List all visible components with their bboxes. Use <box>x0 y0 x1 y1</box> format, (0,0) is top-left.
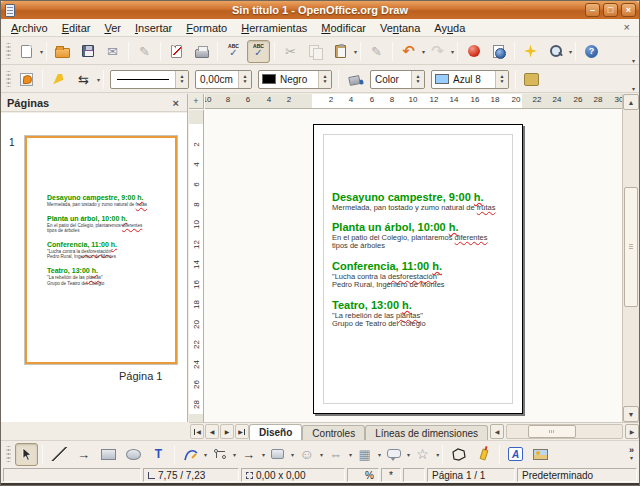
undo-button[interactable]: ↶ <box>397 40 420 63</box>
select-tool-button[interactable] <box>15 443 38 466</box>
line-color-select[interactable]: Negro ▲▼ <box>258 70 332 89</box>
format-paintbrush-button[interactable]: ✎ <box>365 40 388 63</box>
glue-points-button[interactable] <box>472 443 495 466</box>
insert-picture-button[interactable] <box>529 443 552 466</box>
menu-insertar[interactable]: Insertar <box>128 20 179 36</box>
navigator-button[interactable] <box>519 40 542 63</box>
callouts-tool-button[interactable] <box>382 443 405 466</box>
connector-dropdown[interactable]: ▾ <box>233 451 236 458</box>
save-button[interactable] <box>76 40 99 63</box>
toolbar-grip[interactable] <box>6 43 11 59</box>
menu-herramientas[interactable]: Herramientas <box>234 20 314 36</box>
flowchart-tool-button[interactable]: ▦ <box>353 443 376 466</box>
edit-file-button[interactable]: ✎ <box>133 40 156 63</box>
undo-dropdown[interactable]: ▾ <box>422 48 425 55</box>
paste-dropdown[interactable]: ▾ <box>354 48 357 55</box>
tab-controles[interactable]: Controles <box>302 425 365 440</box>
arrow-style-button[interactable]: ⇆ <box>72 68 95 91</box>
maximize-button[interactable]: □ <box>603 3 618 17</box>
new-document-dropdown[interactable]: ▾ <box>40 48 43 55</box>
toolbar-overflow-dropdown[interactable]: ▾ <box>632 57 635 64</box>
export-pdf-button[interactable]: PDF <box>165 40 188 63</box>
area-dialog-button[interactable] <box>343 68 366 91</box>
lines-arrows-dropdown[interactable]: ▾ <box>262 451 265 458</box>
callouts-dropdown[interactable]: ▾ <box>407 451 410 458</box>
auto-spellcheck-button[interactable]: ABC✓ <box>247 40 270 63</box>
scroll-left-button[interactable]: ◀ <box>490 424 504 439</box>
first-page-button[interactable]: ◀ <box>190 424 204 439</box>
redo-dropdown[interactable]: ▾ <box>451 48 454 55</box>
toolbar-overflow-button[interactable]: » ▾ <box>629 446 634 462</box>
status-style-cell[interactable]: Predeterminado <box>517 468 637 482</box>
status-page-cell[interactable]: Página 1 / 1 <box>427 468 515 482</box>
lines-arrows-tool-button[interactable]: → <box>237 443 260 466</box>
email-button[interactable]: ✉ <box>101 40 124 63</box>
title-bar[interactable]: Sin título 1 - OpenOffice.org Draw – □ × <box>1 1 639 19</box>
block-arrows-dropdown[interactable]: ▾ <box>349 451 352 458</box>
line-width-input[interactable]: 0,00cm ▲▼ <box>195 70 252 89</box>
copy-button[interactable] <box>304 40 327 63</box>
horizontal-ruler[interactable]: 10 8 6 4 2 2 4 6 8 10 12 14 16 18 20 22 … <box>205 94 622 109</box>
horizontal-scrollbar[interactable]: ◀ ▶ <box>488 424 639 439</box>
tab-lineas-de-dimensiones[interactable]: Líneas de dimensiones <box>365 425 488 440</box>
canvas-viewport[interactable]: Desayuno campestre, 9:00 h. Mermelada, p… <box>205 110 622 422</box>
status-size-cell[interactable]: 0,00 x 0,00 <box>241 468 345 482</box>
line-width-spinner[interactable]: ▲▼ <box>238 71 251 88</box>
line-tool-button[interactable] <box>47 443 70 466</box>
curve-dropdown[interactable]: ▾ <box>204 451 207 458</box>
line-dialog-button[interactable] <box>47 68 70 91</box>
block-arrows-tool-button[interactable]: ⇔ <box>324 443 347 466</box>
fontwork-button[interactable]: A <box>504 443 527 466</box>
curve-tool-button[interactable] <box>179 443 202 466</box>
basic-shapes-dropdown[interactable]: ▾ <box>291 451 294 458</box>
edit-points-button[interactable] <box>447 443 470 466</box>
menu-modificar[interactable]: Modificar <box>314 20 373 36</box>
shadow-button[interactable] <box>520 68 543 91</box>
status-zoom-cell[interactable]: % <box>347 468 379 482</box>
scroll-down-button[interactable]: ▼ <box>623 406 639 422</box>
spellcheck-button[interactable]: ABC✓ <box>222 40 245 63</box>
next-page-button[interactable]: ▶ <box>220 424 234 439</box>
redo-button[interactable]: ↷ <box>426 40 449 63</box>
vertical-scrollbar-thumb[interactable] <box>624 187 638 307</box>
ellipse-tool-button[interactable] <box>122 443 145 466</box>
fill-color-select[interactable]: Azul 8 ▲▼ <box>431 70 509 89</box>
text-tool-button[interactable]: T <box>147 443 170 466</box>
zoom-button[interactable] <box>544 40 567 63</box>
rectangle-tool-button[interactable] <box>97 443 120 466</box>
menu-formato[interactable]: Formato <box>179 20 234 36</box>
cut-button[interactable]: ✂ <box>279 40 302 63</box>
tab-diseno[interactable]: Diseño <box>249 424 302 440</box>
menu-ver[interactable]: Ver <box>97 20 128 36</box>
ruler-origin-button[interactable]: + <box>189 94 204 109</box>
fill-type-select[interactable]: Color ▲▼ <box>370 70 425 89</box>
last-page-button[interactable]: ▶ <box>235 424 249 439</box>
line-color-spinner[interactable]: ▲▼ <box>318 71 331 88</box>
line-style-select[interactable]: ▲▼ <box>110 70 189 89</box>
symbol-shapes-dropdown[interactable]: ▾ <box>320 451 323 458</box>
stars-tool-button[interactable]: ☆ <box>411 443 434 466</box>
minimize-button[interactable]: – <box>585 3 600 17</box>
paste-button[interactable] <box>329 40 352 63</box>
basic-shapes-tool-button[interactable] <box>266 443 289 466</box>
fill-color-spinner[interactable]: ▲▼ <box>495 71 508 88</box>
zoom-dropdown[interactable]: ▾ <box>569 48 572 55</box>
toolbar-grip[interactable] <box>6 446 11 462</box>
help-button[interactable]: ? <box>580 40 603 63</box>
pages-panel-close-icon[interactable]: × <box>171 97 181 109</box>
page-thumbnail[interactable]: Desayuno campestre, 9:00 h. Mermelada, p… <box>25 136 177 364</box>
horizontal-scrollbar-thumb[interactable] <box>528 425 576 438</box>
stars-dropdown[interactable]: ▾ <box>436 451 439 458</box>
document-text-block[interactable]: Desayuno campestre, 9:00 h. Mermelada, p… <box>332 191 514 338</box>
arrow-tool-button[interactable]: → <box>72 443 95 466</box>
toolbar-overflow-dropdown[interactable]: ▾ <box>632 85 635 92</box>
open-button[interactable] <box>51 40 74 63</box>
line-width-value[interactable]: 0,00cm <box>196 74 238 85</box>
symbol-shapes-tool-button[interactable]: ☺ <box>295 443 318 466</box>
new-document-button[interactable] <box>15 40 38 63</box>
fill-type-spinner[interactable]: ▲▼ <box>411 71 424 88</box>
vertical-scrollbar[interactable]: ▲ ▼ <box>622 94 639 422</box>
document-close-icon[interactable]: × <box>621 21 633 33</box>
close-button[interactable]: × <box>621 3 636 17</box>
document-page[interactable]: Desayuno campestre, 9:00 h. Mermelada, p… <box>313 124 523 414</box>
